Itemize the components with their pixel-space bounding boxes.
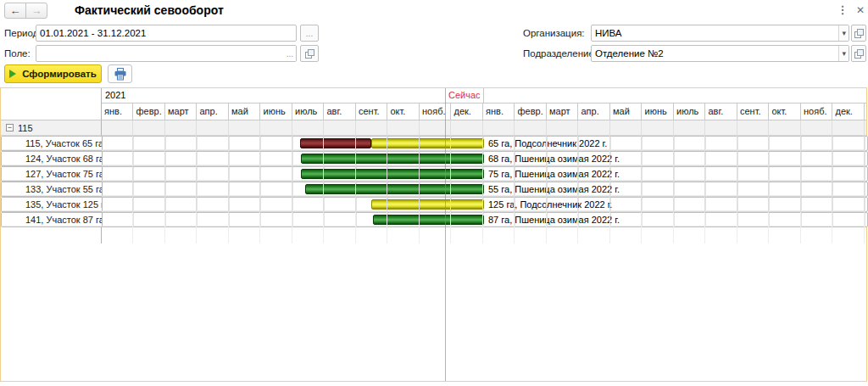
period-more-button[interactable]: ... [300,25,319,42]
printer-icon [114,68,127,81]
month-label: февр. [518,106,543,116]
gantt-chart: 2021 янв.февр.мартапр.майиюньиюльавг.сен… [0,87,867,382]
gantt-group-row[interactable]: −124 [1,136,866,151]
open-select-icon [854,29,864,38]
report-window: ← → Фактический севооборот ⋮ ✕ Период: 0… [0,0,868,386]
year-separator [483,88,484,103]
department-label: Подразделение: [523,48,597,59]
gantt-corner-cell [1,88,102,120]
group-code: 115 [18,123,33,133]
department-dropdown-button[interactable]: ▾ [838,46,849,61]
close-icon: ✕ [856,4,865,16]
back-button[interactable]: ← [4,3,26,19]
month-label: окт. [772,106,787,116]
month-label: авг. [709,106,724,116]
gantt-group-row[interactable]: −135 [1,182,866,197]
month-label: июнь [645,106,667,116]
more-vertical-icon: ⋮ [837,3,849,16]
empty-chart-cell [102,212,866,243]
month-label: сент. [359,106,380,116]
back-arrow-icon: ← [10,4,21,17]
generate-button-label: Сформировать [22,69,97,79]
field-row-label[interactable]: 127, Участок 75 га [2,167,103,181]
forward-arrow-icon: → [31,4,42,17]
field-row-label[interactable]: 124, Участок 68 га [2,152,103,165]
month-label: февр. [136,106,162,116]
field-input[interactable]: ... [36,45,297,62]
ellipsis-icon: ... [287,49,293,59]
more-menu-button[interactable]: ⋮ [836,3,849,17]
month-label: нояб. [804,106,827,116]
month-label: авг. [327,106,342,116]
generate-button[interactable]: Сформировать [4,64,102,83]
ellipsis-icon: ... [306,29,313,38]
print-button[interactable] [108,64,132,83]
month-label: апр. [581,106,599,116]
group-row-chart [102,151,866,166]
group-row-chart [102,120,866,136]
gantt-rows: −115115, Участок 45 га45 га, Пшеница ози… [1,120,866,243]
field-label: Поле: [4,48,31,59]
gantt-group-row[interactable]: −127 [1,151,866,166]
group-row-chart [102,182,866,197]
month-label: июль [676,106,698,116]
month-label: март [549,106,570,116]
organization-select-button[interactable] [851,25,866,42]
month-label: май [613,106,630,116]
gantt-group-row[interactable]: −115 [1,120,866,136]
group-row-chart [102,136,866,151]
gantt-month-band: янв.февр.мартапр.майиюньиюльавг.сент.окт… [102,103,866,120]
period-input[interactable]: 01.01.2021 - 31.12.2021 [36,25,297,42]
gantt-group-row[interactable]: −141 [1,197,866,212]
field-select-button[interactable] [300,45,319,62]
field-row-label[interactable]: 135, Участок 125 га [2,198,103,211]
department-value: Отделение №2 [592,46,838,61]
month-label: июнь [264,106,286,116]
month-label: нояб. [422,106,446,116]
open-select-icon [305,49,314,59]
organization-dropdown-button[interactable]: ▾ [838,25,849,41]
page-title: Фактический севооборот [75,3,224,17]
chevron-down-icon: ▾ [842,49,846,58]
field-row-label[interactable]: 133, Участок 55 га [2,182,103,196]
month-label: сент. [740,106,761,116]
group-row-chart [102,197,866,212]
period-value: 01.01.2021 - 31.12.2021 [36,25,296,41]
collapse-toggle-icon[interactable]: − [6,124,14,131]
gantt-empty-area [1,212,866,243]
month-label: май [231,106,248,116]
month-label: апр. [200,106,218,116]
close-button[interactable]: ✕ [854,3,867,17]
play-icon [9,70,16,78]
open-select-icon [854,49,864,59]
gantt-year-band: 2021 [102,88,866,103]
now-line [445,88,446,381]
group-row-chart [102,166,866,182]
month-label: янв. [104,106,122,116]
field-more-button[interactable]: ... [284,46,296,61]
organization-label: Организация: [523,28,585,38]
organization-value: НИВА [592,25,838,41]
year-label: 2021 [105,90,125,100]
group-row-label[interactable]: −115 [1,120,102,136]
month-label: окт. [391,106,406,116]
field-row-label[interactable]: 141, Участок 87 га [2,213,103,227]
organization-input[interactable]: НИВА ▾ [591,25,849,42]
month-label: июль [295,106,317,116]
now-label: Сейчас [448,90,481,100]
chevron-down-icon: ▾ [842,29,846,37]
forward-button[interactable]: → [25,3,47,19]
field-row-label[interactable]: 115, Участок 65 га [2,137,103,150]
month-label: дек. [454,106,471,116]
month-label: янв. [486,106,504,116]
department-select-button[interactable] [851,45,866,62]
nav-buttons: ← → [4,3,47,19]
month-label: март [168,106,189,116]
month-label: дек. [836,106,853,116]
department-input[interactable]: Отделение №2 ▾ [591,45,849,62]
field-value [36,46,284,61]
gantt-group-row[interactable]: −133 [1,166,866,182]
